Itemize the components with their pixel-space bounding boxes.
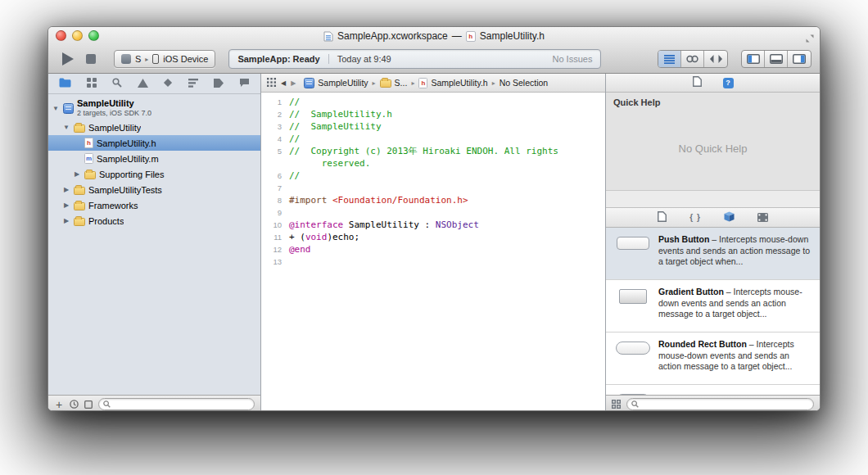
tree-item-sampleutilitytests[interactable]: ▶SampleUtilityTests <box>48 182 260 197</box>
breadcrumb-label: SampleUtility <box>318 78 368 88</box>
disclosure-triangle-icon[interactable]: ▶ <box>62 201 70 209</box>
add-button[interactable]: + <box>54 399 64 410</box>
breadcrumb-item-no-selection[interactable]: No Selection <box>500 78 549 88</box>
disclosure-triangle-icon[interactable]: ▼ <box>52 105 60 112</box>
code-token: NSObject <box>436 219 479 230</box>
library-item-push-button[interactable]: Push Button – Intercepts mouse-down even… <box>606 228 820 280</box>
code-line[interactable]: 3// SampleUtility <box>261 120 605 133</box>
breadcrumb-item-s[interactable]: S... <box>380 78 408 88</box>
standard-editor-button[interactable] <box>658 51 681 67</box>
close-button[interactable] <box>56 30 66 41</box>
run-button[interactable] <box>57 48 79 70</box>
zoom-button[interactable] <box>88 30 99 41</box>
media-library-icon[interactable] <box>757 210 768 225</box>
project-navigator-icon[interactable] <box>59 76 71 91</box>
code-line[interactable]: 13 <box>261 256 605 268</box>
tree-item-label: SampleUtility.h <box>97 138 156 148</box>
project-icon <box>304 78 314 88</box>
code-text: + (void)echo; <box>289 231 359 243</box>
back-icon[interactable]: ◀ <box>281 79 286 87</box>
line-number: 13 <box>261 256 289 268</box>
tree-item-label: SampleUtility.m <box>97 154 159 164</box>
tree-item-products[interactable]: ▶Products <box>48 213 260 228</box>
breakpoint-navigator-icon[interactable] <box>214 76 224 91</box>
grid-view-icon[interactable] <box>612 397 621 412</box>
library-item-partial[interactable] <box>606 385 820 395</box>
file-m-icon: m <box>84 153 93 164</box>
breadcrumb-separator-icon: ▸ <box>372 79 377 87</box>
tree-item-sampleutility[interactable]: ▼SampleUtility <box>48 120 260 135</box>
scm-filter-icon[interactable] <box>84 397 93 412</box>
search-icon[interactable] <box>112 76 122 91</box>
symbol-navigator-icon[interactable] <box>87 76 97 91</box>
code-line[interactable]: 11+ (void)echo; <box>261 231 605 243</box>
object-library-icon[interactable] <box>724 210 735 225</box>
titlebar[interactable]: SampleApp.xcworkspace — h SampleUtility.… <box>48 27 820 45</box>
code-line[interactable]: 7 <box>261 182 605 194</box>
toggle-utilities-button[interactable] <box>788 51 811 67</box>
project-navigator-tree: ▼SampleUtility2 targets, iOS SDK 7.0▼Sam… <box>48 94 260 395</box>
stop-button[interactable] <box>79 48 102 70</box>
related-items-icon[interactable] <box>267 78 276 88</box>
code-token: @end <box>289 244 311 255</box>
navigator-filter-bar: + <box>48 395 260 411</box>
minimize-button[interactable] <box>72 30 83 41</box>
library-item-rounded-rect-button[interactable]: Rounded Rect Button – Intercepts mouse-d… <box>606 332 820 385</box>
log-navigator-icon[interactable] <box>239 76 250 91</box>
code-line[interactable]: 6// <box>261 170 605 182</box>
code-area[interactable]: 1//2// SampleUtility.h3// SampleUtility4… <box>261 93 605 411</box>
assistant-editor-button[interactable] <box>681 51 704 67</box>
code-line[interactable]: 8#import <Foundation/Foundation.h> <box>261 194 605 206</box>
issue-navigator-icon[interactable] <box>138 76 148 91</box>
toolbar-right-controls <box>658 50 811 68</box>
navigator-filter-field[interactable] <box>98 398 255 410</box>
tree-item-sampleutility[interactable]: ▼SampleUtility2 targets, iOS SDK 7.0 <box>48 97 260 120</box>
library-item-gradient-button[interactable]: Gradient Button – Intercepts mouse-down … <box>606 280 820 332</box>
scheme-label: S <box>135 54 141 64</box>
tree-item-text: SampleUtility.m <box>97 154 159 164</box>
fullscreen-icon[interactable] <box>806 31 814 46</box>
toggle-debug-area-button[interactable] <box>765 51 788 67</box>
tree-item-label: Supporting Files <box>99 170 165 179</box>
disclosure-triangle-icon[interactable]: ▼ <box>62 124 70 131</box>
code-line[interactable]: 4// <box>261 133 605 145</box>
code-line[interactable]: 12@end <box>261 243 605 256</box>
destination-label: iOS Device <box>163 54 208 64</box>
toggle-navigator-button[interactable] <box>742 51 765 67</box>
code-line[interactable]: 10@interface SampleUtility : NSObject <box>261 219 605 231</box>
test-navigator-icon[interactable] <box>163 76 173 91</box>
code-snippet-library-icon[interactable]: { } <box>689 213 701 222</box>
breadcrumb-item-sampleutility-h[interactable]: hSampleUtility.h <box>418 78 487 88</box>
scheme-selector[interactable]: S ▸ iOS Device <box>114 50 215 68</box>
recent-files-filter-icon[interactable] <box>70 397 79 412</box>
rounded-preview <box>613 339 653 378</box>
code-line[interactable]: 1// <box>261 96 605 108</box>
file-inspector-icon[interactable] <box>693 75 702 90</box>
code-line[interactable]: 2// SampleUtility.h <box>261 108 605 120</box>
code-line[interactable]: reserved. <box>261 157 605 170</box>
tree-item-sampleutility-m[interactable]: mSampleUtility.m <box>48 151 260 166</box>
file-template-library-icon[interactable] <box>658 210 667 225</box>
tree-item-text: SampleUtilityTests <box>88 185 162 195</box>
code-line[interactable]: 9 <box>261 206 605 219</box>
line-number: 6 <box>261 170 289 182</box>
push-preview <box>613 234 653 273</box>
code-line[interactable]: 5// Copyright (c) 2013年 Hiroaki ENDOH. A… <box>261 145 605 157</box>
library-search-field[interactable] <box>626 398 814 410</box>
forward-icon[interactable]: ▶ <box>291 79 296 87</box>
debug-navigator-icon[interactable] <box>188 76 198 91</box>
version-editor-button[interactable] <box>704 51 727 67</box>
tree-item-sampleutility-h[interactable]: hSampleUtility.h <box>48 135 260 151</box>
line-number: 2 <box>261 108 289 120</box>
disclosure-triangle-icon[interactable]: ▶ <box>73 170 81 178</box>
tree-item-frameworks[interactable]: ▶Frameworks <box>48 197 260 213</box>
quick-help-inspector-icon[interactable]: ? <box>723 78 734 88</box>
gradient-button-glyph <box>619 289 647 304</box>
tree-item-supporting-files[interactable]: ▶Supporting Files <box>48 166 260 182</box>
breadcrumb-item-sampleutility[interactable]: SampleUtility <box>304 78 368 88</box>
utilities-panel-icon <box>793 54 806 64</box>
line-number: 12 <box>261 243 289 256</box>
disclosure-triangle-icon[interactable]: ▶ <box>62 217 70 224</box>
disclosure-triangle-icon[interactable]: ▶ <box>62 186 70 193</box>
library-item-name: Gradient Button <box>658 287 724 296</box>
